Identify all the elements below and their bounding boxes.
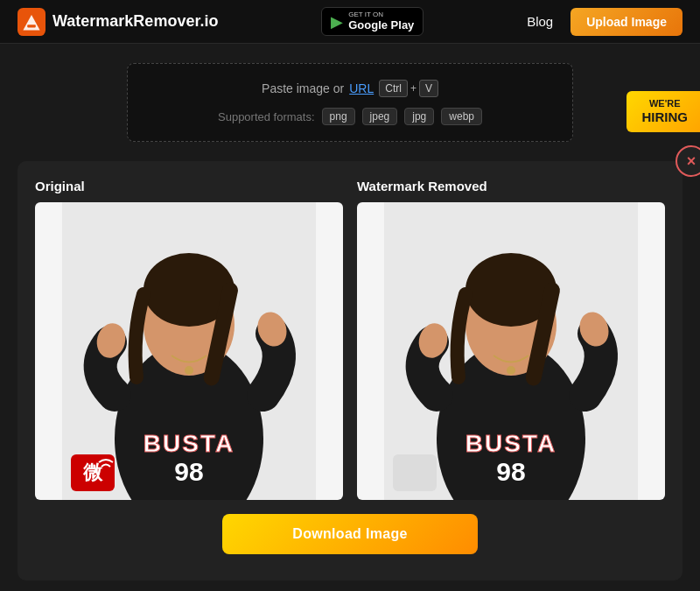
removed-image-wrapper: BUSTA 98 BUSTA [357, 202, 665, 500]
top-wrapper: Paste image or URL Ctrl + V Supported fo… [0, 44, 700, 161]
original-image-svg: BUSTA 98 BUSTA [35, 202, 343, 500]
original-title: Original [35, 179, 343, 193]
paste-row: Paste image or URL Ctrl + V [145, 80, 555, 97]
close-button[interactable]: × [676, 145, 700, 177]
logo-text: WatermarkRemover.io [52, 12, 218, 31]
google-play-icon: ▶ [331, 12, 343, 32]
format-jpeg: jpeg [362, 108, 398, 125]
upload-image-button[interactable]: Upload Image [570, 8, 682, 36]
download-button[interactable]: Download Image [222, 514, 477, 554]
logo-area: WatermarkRemover.io [18, 8, 218, 36]
download-row: Download Image [35, 514, 665, 563]
hiring-line2: HIRING [642, 109, 689, 125]
format-jpg: jpg [404, 108, 434, 125]
main-wrapper: × Original [9, 161, 691, 580]
removed-title: Watermark Removed [357, 179, 665, 193]
paste-label: Paste image or [262, 81, 344, 95]
images-row: Original [35, 179, 665, 500]
removed-image-svg: BUSTA 98 BUSTA [357, 202, 665, 500]
svg-text:微: 微 [82, 461, 103, 483]
svg-text:BUSTA: BUSTA [466, 430, 556, 457]
svg-rect-2 [27, 25, 36, 27]
logo-icon [18, 8, 46, 36]
svg-point-14 [185, 366, 193, 375]
header-right: Blog Upload Image [527, 8, 682, 36]
top-section: Paste image or URL Ctrl + V Supported fo… [0, 44, 700, 161]
original-image-wrapper: BUSTA 98 BUSTA [35, 202, 343, 500]
svg-text:98: 98 [496, 457, 525, 486]
ctrl-key: Ctrl [379, 80, 408, 97]
blog-link[interactable]: Blog [527, 14, 553, 29]
removed-panel: Watermark Removed [357, 179, 665, 500]
svg-text:98: 98 [174, 457, 203, 486]
google-play-text: GET IT ON Google Play [348, 11, 414, 32]
paste-area: Paste image or URL Ctrl + V Supported fo… [127, 63, 573, 142]
formats-label: Supported formats: [218, 110, 315, 123]
keyboard-shortcut: Ctrl + V [379, 80, 438, 97]
svg-rect-29 [393, 454, 437, 491]
main-area: Original [18, 161, 682, 580]
hiring-line1: WE'RE [642, 98, 689, 109]
format-webp: webp [441, 108, 482, 125]
v-key: V [419, 80, 438, 97]
hiring-badge[interactable]: WE'RE HIRING [626, 91, 701, 132]
svg-text:BUSTA: BUSTA [144, 430, 234, 457]
google-play-area[interactable]: ▶ GET IT ON Google Play [321, 7, 424, 37]
format-png: png [322, 108, 355, 125]
plus-symbol: + [410, 82, 416, 95]
google-play-button[interactable]: ▶ GET IT ON Google Play [321, 7, 424, 37]
svg-point-28 [507, 366, 515, 375]
original-panel: Original [35, 179, 343, 500]
header: WatermarkRemover.io ▶ GET IT ON Google P… [0, 0, 700, 44]
formats-row: Supported formats: png jpeg jpg webp [145, 108, 555, 125]
url-link[interactable]: URL [349, 81, 374, 95]
